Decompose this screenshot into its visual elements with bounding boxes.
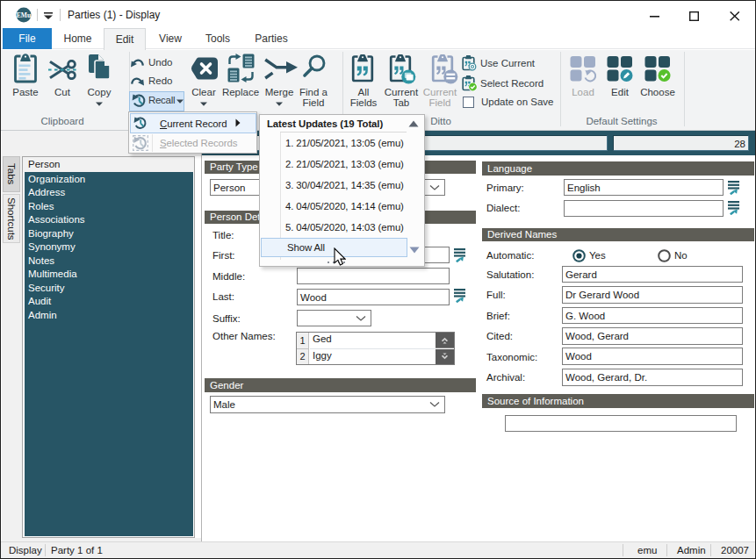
svg-text:EMu: EMu [17, 11, 32, 19]
